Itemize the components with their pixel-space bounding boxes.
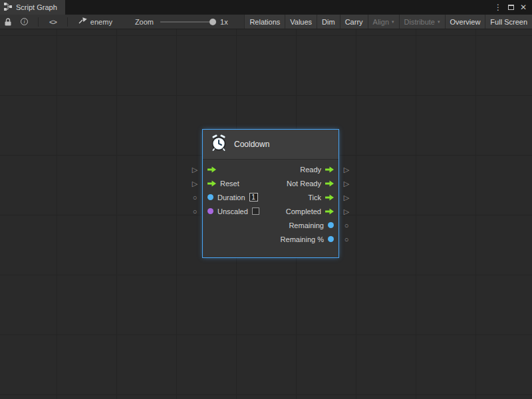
graph-name: enemy bbox=[90, 18, 112, 26]
output-port-tick[interactable]: Tick bbox=[308, 194, 334, 201]
duration-value-field[interactable]: 1 bbox=[249, 193, 258, 201]
node-body: Ready Reset Not Ready bbox=[203, 160, 338, 257]
full-screen-button[interactable]: Full Screen bbox=[485, 15, 532, 29]
value-port-marker[interactable]: ○ bbox=[190, 206, 200, 217]
zoom-slider-handle[interactable] bbox=[209, 19, 216, 25]
output-port-remaining[interactable]: Remaining bbox=[289, 221, 334, 229]
output-port-remaining-percent[interactable]: Remaining % bbox=[281, 235, 334, 243]
close-icon[interactable]: ✕ bbox=[518, 2, 529, 13]
align-dropdown[interactable]: Align▾ bbox=[368, 15, 399, 29]
value-port-marker[interactable]: ○ bbox=[190, 192, 200, 203]
align-label: Align bbox=[373, 18, 389, 26]
values-button[interactable]: Values bbox=[285, 15, 317, 29]
port-label: Duration bbox=[217, 194, 245, 201]
flow-port-marker[interactable]: ▷ bbox=[342, 206, 351, 217]
title-bar: Script Graph ⋮ ✕ bbox=[0, 0, 532, 15]
values-label: Values bbox=[290, 18, 312, 26]
port-row: Remaining bbox=[203, 218, 338, 232]
relations-button[interactable]: Relations bbox=[244, 15, 285, 29]
port-label: Completed bbox=[286, 207, 321, 215]
overview-label: Overview bbox=[450, 18, 481, 26]
maximize-icon[interactable] bbox=[505, 2, 516, 13]
value-port-marker[interactable]: ○ bbox=[342, 234, 351, 245]
info-icon[interactable]: i bbox=[21, 18, 28, 25]
flow-arrow-icon bbox=[207, 180, 216, 187]
zoom-control: Zoom 1x bbox=[135, 18, 228, 26]
chevron-down-icon: ▾ bbox=[438, 19, 440, 25]
port-label: Ready bbox=[300, 166, 321, 174]
output-port-completed[interactable]: Completed bbox=[286, 207, 334, 215]
lock-icon[interactable] bbox=[5, 18, 11, 26]
port-row: Reset Not Ready bbox=[203, 176, 338, 190]
zoom-label: Zoom bbox=[135, 18, 154, 26]
input-port-reset[interactable]: Reset bbox=[207, 180, 239, 188]
port-label: Unscaled bbox=[217, 207, 248, 215]
node-title: Cooldown bbox=[234, 140, 269, 149]
zoom-value: 1x bbox=[220, 18, 228, 26]
bool-port-icon bbox=[207, 208, 213, 214]
node-header[interactable]: Cooldown bbox=[203, 130, 338, 160]
tab-label: Script Graph bbox=[16, 3, 57, 11]
distribute-label: Distribute bbox=[404, 18, 435, 26]
window-controls: ⋮ ✕ bbox=[493, 0, 532, 15]
graph-canvas[interactable]: ▷ ▷ ○ ○ ▷ ▷ ▷ ▷ ○ ○ bbox=[0, 29, 532, 399]
code-icon[interactable]: <> bbox=[49, 18, 57, 26]
flow-arrow-icon bbox=[325, 166, 334, 173]
port-row: Duration 1 Tick bbox=[203, 190, 338, 204]
port-label: Tick bbox=[308, 194, 321, 201]
flow-port-marker[interactable]: ▷ bbox=[190, 164, 200, 175]
cooldown-node[interactable]: ▷ ▷ ○ ○ ▷ ▷ ▷ ▷ ○ ○ bbox=[203, 130, 338, 257]
flow-port-marker[interactable]: ▷ bbox=[342, 164, 351, 175]
maximize-glyph bbox=[508, 5, 514, 10]
toolbar-divider bbox=[67, 17, 68, 27]
zoom-slider[interactable] bbox=[160, 21, 215, 23]
port-label: Remaining bbox=[289, 221, 324, 229]
input-port-duration[interactable]: Duration 1 bbox=[207, 193, 258, 201]
alarm-clock-icon bbox=[210, 134, 227, 154]
flow-arrow-icon bbox=[325, 208, 334, 215]
relations-label: Relations bbox=[249, 18, 280, 26]
carry-label: Carry bbox=[345, 18, 363, 26]
output-port-ready[interactable]: Ready bbox=[300, 166, 334, 174]
port-label: Reset bbox=[220, 180, 239, 188]
graph-asset-icon bbox=[78, 17, 87, 26]
flow-port-marker[interactable]: ▷ bbox=[342, 192, 351, 203]
full-screen-label: Full Screen bbox=[490, 18, 527, 26]
panel-menu-icon[interactable]: ⋮ bbox=[493, 2, 503, 13]
flow-arrow-icon bbox=[325, 194, 334, 201]
toolbar-button-group: Relations Values Dim Carry Align▾ Distri… bbox=[244, 15, 532, 29]
graph-toolbar: i <> enemy Zoom 1x Relations Values Dim … bbox=[0, 15, 532, 29]
overview-button[interactable]: Overview bbox=[445, 15, 485, 29]
dim-label: Dim bbox=[322, 18, 335, 26]
port-row: Remaining % bbox=[203, 232, 338, 246]
port-label: Remaining % bbox=[281, 235, 324, 243]
input-port-unscaled[interactable]: Unscaled bbox=[207, 207, 259, 215]
float-port-icon bbox=[207, 194, 213, 200]
flow-port-marker[interactable]: ▷ bbox=[342, 178, 351, 189]
float-port-icon bbox=[328, 222, 334, 228]
chevron-down-icon: ▾ bbox=[392, 19, 394, 25]
input-port-enter[interactable] bbox=[207, 166, 216, 173]
port-row: Ready bbox=[203, 162, 338, 176]
dim-button[interactable]: Dim bbox=[317, 15, 340, 29]
flow-port-marker[interactable]: ▷ bbox=[190, 178, 200, 189]
graph-breadcrumb-enemy[interactable]: enemy bbox=[78, 17, 112, 26]
unscaled-checkbox[interactable] bbox=[252, 207, 259, 215]
flow-arrow-icon bbox=[325, 180, 334, 187]
tab-script-graph[interactable]: Script Graph bbox=[0, 0, 65, 15]
carry-button[interactable]: Carry bbox=[340, 15, 368, 29]
value-port-marker[interactable]: ○ bbox=[342, 220, 351, 231]
port-label: Not Ready bbox=[287, 180, 321, 188]
script-graph-window: Script Graph ⋮ ✕ i <> enemy bbox=[0, 0, 532, 399]
distribute-dropdown[interactable]: Distribute▾ bbox=[399, 15, 445, 29]
output-port-not-ready[interactable]: Not Ready bbox=[287, 180, 334, 188]
toolbar-divider bbox=[38, 17, 39, 27]
graph-tab-icon bbox=[4, 3, 12, 12]
port-row: Unscaled Completed bbox=[203, 204, 338, 218]
flow-arrow-icon bbox=[207, 166, 216, 173]
float-port-icon bbox=[328, 236, 334, 242]
info-glyph: i bbox=[21, 18, 28, 25]
